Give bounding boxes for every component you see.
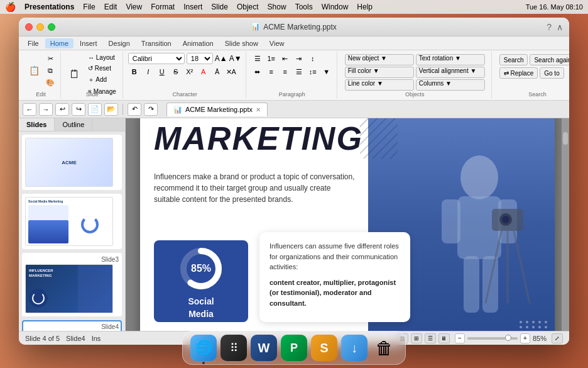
dock-word[interactable]: W (251, 335, 277, 361)
dock-downloads[interactable]: ↓ (341, 335, 368, 361)
align-right-button[interactable]: ≡ (279, 66, 291, 77)
grid-view-button[interactable]: ⊞ (411, 333, 422, 343)
new-object-button[interactable]: New object ▼ (345, 54, 414, 65)
font-color-button[interactable]: A (197, 66, 210, 77)
maximize-button[interactable] (48, 23, 55, 31)
menu-window[interactable]: Window (322, 3, 349, 11)
menu-object[interactable]: Object (237, 3, 259, 11)
dock-slides[interactable]: S (311, 335, 337, 361)
replace-button[interactable]: ⇄ Replace (499, 67, 538, 79)
menu-format[interactable]: Format (151, 3, 175, 11)
line-spacing-button[interactable]: ↕≡ (307, 66, 319, 77)
para-more-button[interactable]: ↕ (307, 53, 319, 64)
slide-editor[interactable]: MARKETING Influencers make a brand or pr… (126, 118, 569, 331)
menu-file[interactable]: File (83, 3, 95, 11)
format-paint-button[interactable]: 🎨 (44, 77, 57, 88)
goto-button[interactable]: Go to (540, 67, 564, 79)
menu-tools[interactable]: Tools (295, 3, 313, 11)
menu-insert[interactable]: Insert (183, 3, 202, 11)
slide-thumb-2[interactable]: Social Media Marketing (22, 194, 122, 249)
new-doc-button[interactable]: 📄 (88, 103, 102, 116)
zoom-thumb[interactable] (505, 335, 511, 341)
undo2-button[interactable]: ↶ (128, 103, 141, 116)
tab-view[interactable]: View (264, 38, 290, 48)
outline-tab[interactable]: Outline (55, 118, 92, 131)
text-rotation-button[interactable]: Text rotation ▼ (416, 54, 485, 65)
notes-view-button[interactable]: 🖥 (438, 333, 450, 343)
menu-view[interactable]: View (126, 3, 142, 11)
menu-slide[interactable]: Slide (211, 3, 228, 11)
open-doc-button[interactable]: 📂 (104, 103, 118, 116)
tab-design[interactable]: Design (104, 38, 135, 48)
slide-thumb-4[interactable]: Slide4 MARKETING 85%SM (22, 320, 122, 331)
minimize-button[interactable] (36, 23, 44, 31)
vertical-align-button[interactable]: Vertical alignment ▼ (416, 67, 485, 78)
add-button[interactable]: ＋ Add (85, 74, 119, 86)
zoom-out-button[interactable]: − (455, 333, 465, 343)
window-collapse[interactable]: ∧ (557, 22, 563, 32)
close-button[interactable] (25, 23, 33, 31)
font-decrease-button[interactable]: A▼ (229, 53, 242, 64)
back-button[interactable]: ← (23, 103, 36, 116)
tab-slideshow[interactable]: Slide show (220, 38, 263, 48)
zoom-in-button[interactable]: + (520, 333, 530, 343)
window-help[interactable]: ? (547, 22, 552, 32)
slide-scrollbar[interactable] (562, 118, 569, 331)
menu-help[interactable]: Help (357, 3, 373, 11)
tab-animation[interactable]: Animation (178, 38, 219, 48)
dock-trash[interactable]: 🗑 (371, 335, 398, 361)
scrollbar-thumb[interactable] (563, 132, 568, 145)
layout-button[interactable]: ↔ Layout (85, 53, 119, 62)
slide-thumb-1[interactable]: ACME (22, 135, 122, 190)
zoom-slider[interactable] (467, 337, 518, 340)
outline-view-button[interactable]: ☰ (425, 333, 436, 343)
fill-color-button[interactable]: Fill color ▼ (345, 67, 414, 78)
slide-thumb-3[interactable]: Slide3 INFLUENCERMARKETING (22, 253, 122, 316)
cut-button[interactable]: ✂ (44, 53, 57, 64)
align-left-button[interactable]: ⬌ (251, 66, 264, 77)
menu-presentations[interactable]: Presentations (24, 3, 74, 11)
redo-nav-button[interactable]: ↪ (72, 103, 85, 116)
indent-less-button[interactable]: ⇤ (279, 53, 291, 64)
search-again-button[interactable]: Search again (530, 54, 569, 65)
clear-format-button[interactable]: ✕A (225, 66, 237, 77)
doc-tab[interactable]: 📊 ACME Marketing.pptx ✕ (166, 103, 268, 116)
menu-show[interactable]: Show (268, 3, 286, 11)
tab-home[interactable]: Home (45, 38, 74, 48)
underline-button[interactable]: U (156, 66, 168, 77)
bold-button[interactable]: B (128, 66, 141, 77)
columns-button[interactable]: Columns ▼ (416, 79, 485, 91)
reset-button[interactable]: ↺ Reset (85, 64, 119, 73)
slides-tab[interactable]: Slides (19, 118, 55, 131)
menu-edit[interactable]: Edit (104, 3, 117, 11)
italic-button[interactable]: I (142, 66, 155, 77)
forward-button[interactable]: → (39, 103, 53, 116)
bullets-button[interactable]: ☰ (251, 53, 264, 64)
fit-page-button[interactable]: ⤢ (552, 333, 563, 343)
align-justify-button[interactable]: ☰ (293, 66, 305, 77)
apple-menu[interactable]: 🍎 (5, 2, 16, 12)
copy-button[interactable]: ⧉ (44, 65, 57, 76)
doc-tab-close[interactable]: ✕ (256, 106, 261, 113)
para-extra-button[interactable]: ▼ (320, 66, 333, 77)
font-family-select[interactable]: Calibri (128, 53, 185, 64)
tab-insert[interactable]: Insert (75, 38, 102, 48)
undo-nav-button[interactable]: ↩ (55, 103, 69, 116)
search-button[interactable]: Search (499, 54, 528, 65)
indent-more-button[interactable]: ⇥ (293, 53, 305, 64)
align-center-button[interactable]: ≡ (265, 66, 278, 77)
font-increase-button[interactable]: A▲ (215, 53, 227, 64)
dock-finder[interactable]: 🌐 (190, 335, 217, 361)
tab-transition[interactable]: Transition (136, 38, 177, 48)
numbering-button[interactable]: 1≡ (265, 53, 278, 64)
tab-file[interactable]: File (23, 38, 44, 48)
new-slide-button[interactable]: 🗒 (66, 67, 84, 82)
line-color-button[interactable]: Line color ▼ (345, 79, 414, 91)
dock-launchpad[interactable]: ⠿ (220, 335, 247, 361)
strikethrough-button[interactable]: S (170, 66, 182, 77)
paste-button[interactable]: 📋 (25, 53, 43, 88)
highlight-button[interactable]: Ā (211, 66, 224, 77)
font-size-select[interactable]: 18 (187, 53, 213, 64)
superscript-button[interactable]: X² (183, 66, 196, 77)
dock-todo[interactable]: P (281, 335, 307, 361)
